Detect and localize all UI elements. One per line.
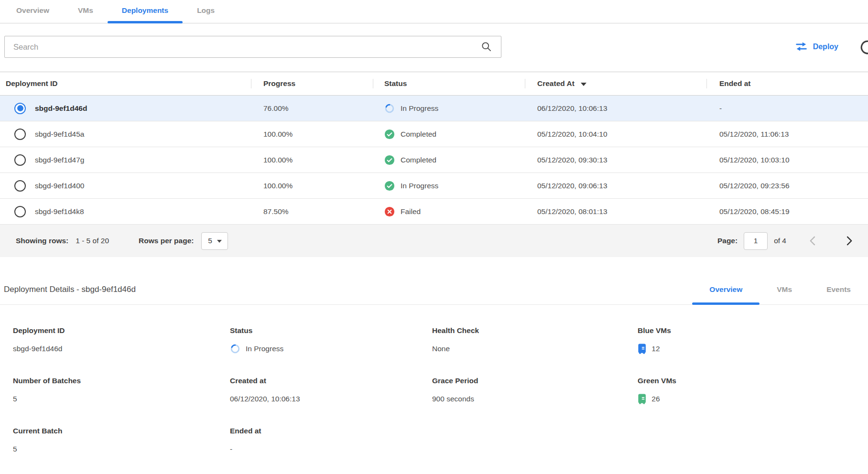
deploy-button[interactable]: Deploy: [795, 41, 838, 53]
check-circle-icon: [384, 129, 395, 140]
details-grid: Deployment ID sbgd-9ef1d46d Status In Pr…: [0, 305, 868, 454]
next-page-icon[interactable]: [842, 234, 856, 248]
search-box: [4, 36, 501, 58]
detail-field-value: 5: [13, 395, 17, 403]
table-row[interactable]: sbgd-9ef1d45a 100.00% Completed 05/12/20…: [0, 121, 868, 147]
rows-per-page-select[interactable]: 5: [201, 232, 228, 250]
error-circle-icon: [384, 206, 395, 217]
detail-field-value: 900 seconds: [432, 395, 474, 403]
check-circle-icon: [384, 155, 395, 165]
progress-value: 100.00%: [251, 130, 373, 139]
row-radio[interactable]: [14, 103, 26, 114]
tab-deployments[interactable]: Deployments: [108, 0, 183, 23]
column-header-deployment-id: Deployment ID: [0, 72, 251, 95]
deployment-id: sbgd-9ef1d47g: [35, 156, 84, 164]
detail-field-label: Status: [230, 326, 432, 335]
status-label: Failed: [401, 207, 421, 216]
search-input[interactable]: [4, 36, 501, 58]
chevron-down-icon: [217, 240, 222, 243]
detail-field-value: In Progress: [246, 345, 283, 353]
status-label: In Progress: [401, 104, 438, 113]
row-radio[interactable]: [14, 180, 26, 192]
column-header-created-at[interactable]: Created At: [525, 72, 706, 95]
detail-field-value: 06/12/2020, 10:06:13: [230, 395, 300, 403]
detail-field-label: Blue VMs: [638, 326, 868, 335]
details-tab-overview[interactable]: Overview: [692, 285, 760, 304]
tab-overview[interactable]: Overview: [2, 0, 64, 23]
details-header: Deployment Details - sbgd-9ef1d46d Overv…: [0, 285, 868, 305]
detail-field: Green VMs 26: [638, 377, 868, 404]
check-circle-icon: [384, 181, 395, 191]
detail-field-value: 5: [13, 445, 17, 453]
showing-rows-label: Showing rows:: [16, 237, 68, 245]
detail-field-label: Green VMs: [638, 377, 868, 385]
page-label: Page:: [717, 237, 738, 245]
detail-field-label: Created at: [230, 377, 432, 385]
status-label: In Progress: [401, 182, 438, 190]
detail-field-label: Ended at: [230, 427, 432, 435]
created-at-value: 05/12/2020, 10:04:10: [525, 130, 706, 139]
detail-field: Created at 06/12/2020, 10:06:13: [230, 377, 432, 404]
detail-field-label: Number of Batches: [13, 377, 230, 385]
refresh-icon[interactable]: [859, 39, 868, 56]
ended-at-value: 05/12/2020, 09:23:56: [706, 182, 868, 190]
detail-field: Health Check None: [432, 326, 638, 354]
detail-field-value: sbgd-9ef1d46d: [13, 345, 62, 353]
page-number-input[interactable]: [744, 232, 768, 250]
deploy-button-label: Deploy: [813, 43, 838, 51]
detail-field: Ended at -: [230, 427, 432, 454]
ended-at-value: 05/12/2020, 08:45:19: [706, 207, 868, 216]
column-header-label: Status: [384, 79, 407, 88]
row-radio[interactable]: [14, 129, 26, 140]
search-icon[interactable]: [481, 41, 492, 52]
table-row[interactable]: sbgd-9ef1d46d 76.00% In Progress 06/12/2…: [0, 96, 868, 121]
ended-at-value: -: [706, 104, 868, 113]
detail-field: Current Batch 5: [13, 427, 230, 454]
column-header-label: Deployment ID: [6, 79, 58, 88]
detail-field-label: Deployment ID: [13, 326, 230, 335]
table-row[interactable]: sbgd-9ef1d4k8 87.50% Failed 05/12/2020, …: [0, 199, 868, 225]
detail-field-value: 12: [651, 345, 660, 353]
detail-field: Blue VMs 12: [638, 326, 868, 354]
details-title: Deployment Details - sbgd-9ef1d46d: [4, 285, 136, 304]
detail-field: Grace Period 900 seconds: [432, 377, 638, 404]
detail-field-label: Health Check: [432, 326, 638, 335]
spinner-icon: [230, 344, 240, 354]
ended-at-value: 05/12/2020, 10:03:10: [706, 156, 868, 164]
table-row[interactable]: sbgd-9ef1d47g 100.00% Completed 05/12/20…: [0, 147, 868, 173]
deployment-id: sbgd-9ef1d4k8: [35, 207, 84, 216]
detail-field: Status In Progress: [230, 326, 432, 354]
table-pagination: Showing rows: 1 - 5 of 20 Rows per page:…: [0, 225, 868, 257]
tab-logs[interactable]: Logs: [183, 0, 229, 23]
detail-field-label: Current Batch: [13, 427, 230, 435]
swap-arrows-icon: [795, 41, 808, 53]
table-body: sbgd-9ef1d46d 76.00% In Progress 06/12/2…: [0, 96, 868, 225]
progress-value: 76.00%: [251, 104, 373, 113]
column-header-ended-at: Ended at: [706, 72, 868, 95]
deployment-id: sbgd-9ef1d45a: [35, 130, 84, 139]
status-label: Completed: [401, 130, 436, 139]
spinner-icon: [384, 103, 395, 114]
deployment-id: sbgd-9ef1d400: [35, 182, 84, 190]
rows-per-page-label: Rows per page:: [139, 237, 194, 245]
detail-field: Deployment ID sbgd-9ef1d46d: [13, 326, 230, 354]
previous-page-icon[interactable]: [806, 234, 820, 248]
details-tab-events[interactable]: Events: [809, 285, 868, 304]
detail-field-value: -: [230, 445, 232, 453]
table-row[interactable]: sbgd-9ef1d400 100.00% In Progress 05/12/…: [0, 173, 868, 199]
details-tabs: OverviewVMsEvents: [692, 285, 868, 304]
tab-vms[interactable]: VMs: [64, 0, 108, 23]
showing-rows-value: 1 - 5 of 20: [76, 237, 109, 245]
row-radio[interactable]: [14, 206, 26, 217]
table-header: Deployment IDProgressStatusCreated AtEnd…: [0, 72, 868, 96]
progress-value: 100.00%: [251, 156, 373, 164]
progress-value: 87.50%: [251, 207, 373, 216]
details-tab-vms[interactable]: VMs: [760, 285, 809, 304]
column-header-progress: Progress: [251, 72, 373, 95]
row-radio[interactable]: [14, 154, 26, 166]
column-header-status: Status: [373, 72, 525, 95]
toolbar: Deploy: [0, 23, 868, 72]
vm-icon: [638, 394, 646, 404]
page-total: of 4: [774, 237, 786, 245]
deployment-id: sbgd-9ef1d46d: [35, 104, 87, 113]
